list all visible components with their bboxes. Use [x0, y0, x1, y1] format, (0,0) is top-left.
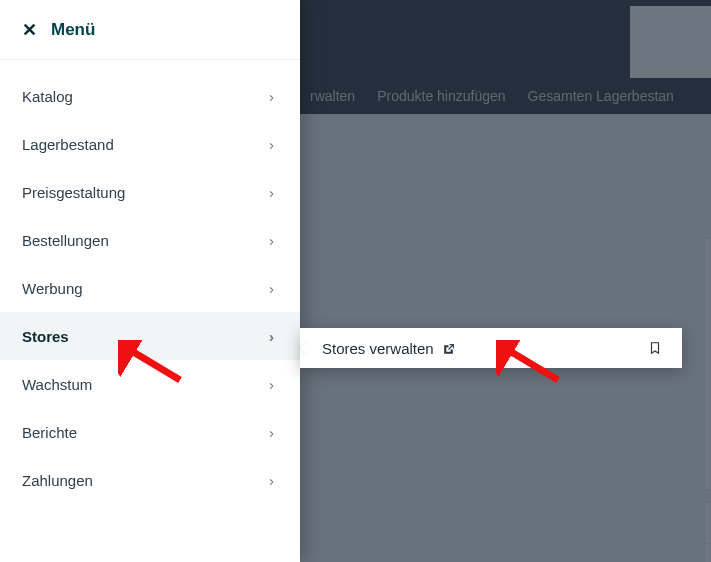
- menu-items: Katalog › Lagerbestand › Preisgestaltung…: [0, 60, 300, 504]
- sidebar-item-lagerbestand[interactable]: Lagerbestand ›: [0, 120, 300, 168]
- sidebar-item-wachstum[interactable]: Wachstum ›: [0, 360, 300, 408]
- main-menu-sidebar: ✕ Menü Katalog › Lagerbestand › Preisges…: [0, 0, 300, 562]
- menu-title: Menü: [51, 20, 95, 40]
- sidebar-item-werbung[interactable]: Werbung ›: [0, 264, 300, 312]
- chevron-right-icon: ›: [269, 232, 274, 249]
- sidebar-item-preisgestaltung[interactable]: Preisgestaltung ›: [0, 168, 300, 216]
- sidebar-item-label: Preisgestaltung: [22, 184, 125, 201]
- chevron-right-icon: ›: [269, 280, 274, 297]
- bookmark-icon[interactable]: [648, 340, 662, 356]
- stores-flyout: Stores verwalten: [300, 328, 682, 368]
- sidebar-item-label: Werbung: [22, 280, 83, 297]
- chevron-right-icon: ›: [269, 376, 274, 393]
- sidebar-item-label: Katalog: [22, 88, 73, 105]
- sidebar-item-label: Berichte: [22, 424, 77, 441]
- modal-dim-overlay: [300, 0, 711, 562]
- sidebar-item-bestellungen[interactable]: Bestellungen ›: [0, 216, 300, 264]
- sidebar-item-label: Stores: [22, 328, 69, 345]
- chevron-right-icon: ›: [269, 472, 274, 489]
- chevron-right-icon: ›: [269, 328, 274, 345]
- stores-verwalten-link[interactable]: Stores verwalten: [322, 340, 455, 357]
- chevron-right-icon: ›: [269, 184, 274, 201]
- flyout-link-label: Stores verwalten: [322, 340, 434, 357]
- sidebar-item-label: Zahlungen: [22, 472, 93, 489]
- sidebar-item-label: Lagerbestand: [22, 136, 114, 153]
- chevron-right-icon: ›: [269, 88, 274, 105]
- close-icon[interactable]: ✕: [22, 21, 37, 39]
- external-link-icon: [442, 342, 455, 355]
- chevron-right-icon: ›: [269, 424, 274, 441]
- menu-header: ✕ Menü: [0, 0, 300, 60]
- chevron-right-icon: ›: [269, 136, 274, 153]
- sidebar-item-label: Wachstum: [22, 376, 92, 393]
- sidebar-item-berichte[interactable]: Berichte ›: [0, 408, 300, 456]
- sidebar-item-stores[interactable]: Stores ›: [0, 312, 300, 360]
- sidebar-item-label: Bestellungen: [22, 232, 109, 249]
- sidebar-item-zahlungen[interactable]: Zahlungen ›: [0, 456, 300, 504]
- sidebar-item-katalog[interactable]: Katalog ›: [0, 72, 300, 120]
